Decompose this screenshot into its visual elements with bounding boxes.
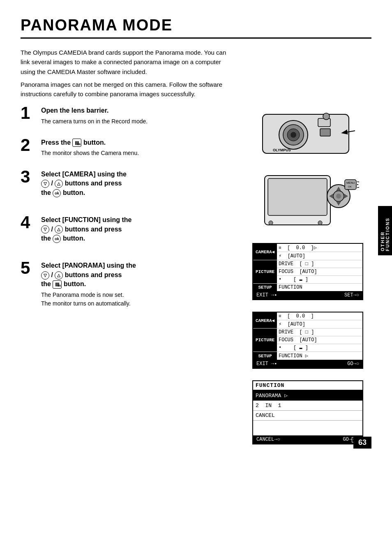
step-number-4: 4 <box>21 214 41 231</box>
step-5-title: Select [PANORAMA] using the ▽ / △ button… <box>41 261 236 289</box>
menu-dot-row: • [ ▬ ] <box>277 276 362 284</box>
menu-sidebar-picture: PICTURE <box>253 260 277 284</box>
menu-diagram-step3: CAMERA◀ ≡ [ 0.0 ]▷ ⚡ [AUTO] PICTURE DRIV… <box>252 243 363 303</box>
step-2: 2 Press the ▤ok button. The monitor show… <box>21 138 236 157</box>
down-arrow-icon-4: ▽ <box>41 225 49 234</box>
menu2-footer-right: GO→○ <box>347 361 359 367</box>
menu2-footer: EXIT →▪ GO→○ <box>253 360 362 368</box>
up-arrow-icon: △ <box>55 180 63 188</box>
svg-rect-7 <box>320 129 330 136</box>
svg-text:OK: OK <box>348 185 352 188</box>
menu1-footer: EXIT →▪ SET→○ <box>253 291 362 299</box>
menu-ok-icon: ▤ok <box>72 139 81 147</box>
ok-circle-icon-4: ok <box>53 235 61 243</box>
svg-text:OLYMPUS: OLYMPUS <box>273 148 291 152</box>
intro-paragraph1: The Olympus CAMEDIA brand cards support … <box>21 48 234 76</box>
menu-ev-row2: ≡ [ 0.0 ] <box>277 312 362 320</box>
step-number-2: 2 <box>21 137 41 154</box>
menu-drive-row2: DRIVE [ □ ] <box>277 329 362 336</box>
menu-drive-row: DRIVE [ □ ] <box>277 260 362 268</box>
menu2-footer-left: EXIT →▪ <box>256 361 277 367</box>
panorama-label: PANORAMA ▷ <box>256 392 288 399</box>
step-4: 4 Select [FUNCTION] using the ▽ / △ butt… <box>21 215 236 245</box>
step-5: 5 Select [PANORAMA] using the ▽ / △ butt… <box>21 261 236 308</box>
step-5-desc1: The Panorama mode is now set. <box>41 291 236 299</box>
menu-dot-row2: • [ ▬ ] <box>277 344 362 352</box>
down-arrow-icon-5: ▽ <box>41 271 49 280</box>
menu-sidebar-picture2: PICTURE <box>253 329 277 352</box>
menu-sidebar-camera2: CAMERA◀ <box>253 312 277 329</box>
step-3: 3 Select [CAMERA] using the ▽ / △ button… <box>21 170 236 199</box>
step-number-3: 3 <box>21 168 41 185</box>
function-menu-footer: CANCEL→○ GO→OK <box>253 435 362 444</box>
menu-sidebar-setup2: SETUP <box>253 352 277 360</box>
intro-paragraph2: Panorama images can not be merged on thi… <box>21 80 234 99</box>
menu-ev-row: ≡ [ 0.0 ]▷ <box>277 244 362 252</box>
cancel-label: CANCEL <box>256 412 275 419</box>
2in1-label: 2 IN 1 <box>256 403 281 409</box>
svg-point-4 <box>291 132 296 138</box>
function-menu-item-panorama: PANORAMA ▷ <box>253 391 362 401</box>
function-menu-step5: FUNCTION PANORAMA ▷ 2 IN 1 CANCEL CANCEL… <box>252 380 363 444</box>
menu-flash-row: ⚡ [AUTO] <box>277 252 362 260</box>
menu-function-row2: FUNCTION ▷ <box>277 352 362 360</box>
step-2-title: Press the ▤ok button. <box>41 138 236 147</box>
svg-point-13 <box>269 221 273 225</box>
step-1-title: Open the lens barrier. <box>41 106 236 115</box>
menu-sidebar-camera: CAMERA◀ <box>253 244 277 260</box>
menu-function-row: FUNCTION <box>277 284 362 292</box>
menu1-footer-left: EXIT →▪ <box>256 292 277 298</box>
menu-focus-row2: FOCUS [AUTO] <box>277 336 362 344</box>
step-4-title: Select [FUNCTION] using the ▽ / △ button… <box>41 215 236 243</box>
menu-diagram-step4: CAMERA◀ ≡ [ 0.0 ] ⚡ [AUTO] PICTURE DRIVE… <box>252 312 363 372</box>
svg-point-12 <box>318 221 322 225</box>
step-5-desc2: The monitor turns on automatically. <box>41 299 236 308</box>
menu1-footer-right: SET→○ <box>344 292 359 298</box>
function-menu-title: FUNCTION <box>253 381 362 391</box>
function-menu-item-cancel: CANCEL <box>253 411 362 421</box>
page-title: PANORAMA MODE <box>21 16 371 39</box>
up-arrow-icon-4: △ <box>55 225 63 234</box>
function-footer-left: CANCEL→○ <box>256 437 280 442</box>
step-2-desc: The monitor shows the Camera menu. <box>41 149 236 157</box>
side-tab: OTHER FUNCTIONS <box>378 206 392 255</box>
page-number: 63 <box>353 437 371 449</box>
ok-circle-icon: ok <box>53 189 61 197</box>
svg-point-6 <box>323 113 330 120</box>
svg-rect-11 <box>268 178 327 215</box>
menu-focus-row: FOCUS [AUTO] <box>277 268 362 276</box>
step-number-1: 1 <box>21 104 41 122</box>
step-number-5: 5 <box>21 259 41 277</box>
svg-text:MENU: MENU <box>346 181 355 184</box>
menu-sidebar-setup: SETUP <box>253 284 277 292</box>
up-arrow-icon-5: △ <box>55 271 63 280</box>
menu-ok-icon-5: ▤ok <box>53 280 62 289</box>
function-menu-item-2in1: 2 IN 1 <box>253 401 362 411</box>
svg-point-16 <box>336 194 341 199</box>
down-arrow-icon: ▽ <box>41 180 49 188</box>
step-3-title: Select [CAMERA] using the ▽ / △ buttons … <box>41 170 236 197</box>
menu-flash-row2: ⚡ [AUTO] <box>277 320 362 329</box>
step-1-desc: The camera turns on in the Record mode. <box>41 117 236 126</box>
step-1: 1 Open the lens barrier. The camera turn… <box>21 106 236 125</box>
camera-top-image: OLYMPUS <box>256 106 359 161</box>
svg-rect-5 <box>318 118 330 127</box>
camera-front-image: MENU OK <box>256 169 359 233</box>
